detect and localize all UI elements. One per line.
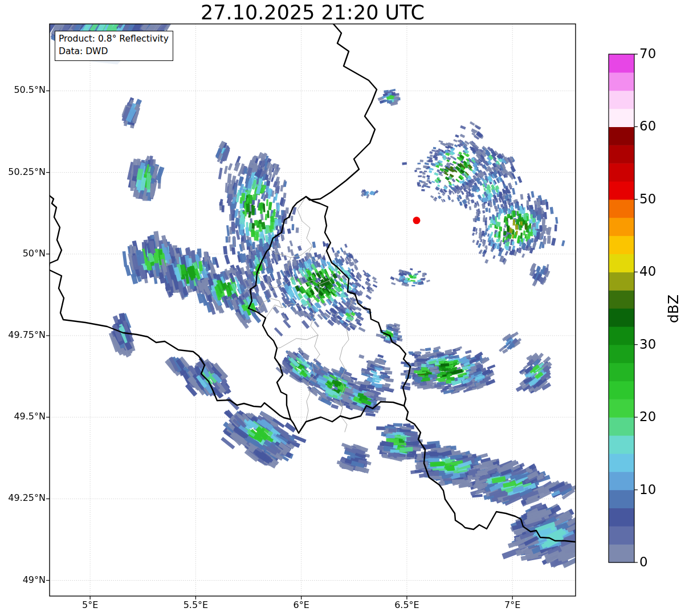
- colorbar-tick-label: 20: [639, 409, 679, 424]
- y-tick-label: 49.5°N: [0, 411, 46, 422]
- colorbar-tick-label: 60: [639, 119, 679, 133]
- x-tick-label: 7°E: [487, 599, 538, 610]
- colorbar-tick-label: 10: [639, 482, 679, 497]
- radar-map-canvas: [0, 0, 685, 616]
- figure-title: 27.10.2025 21:20 UTC: [50, 1, 576, 24]
- colorbar-tick-label: 0: [639, 554, 679, 569]
- y-tick-label: 50°N: [0, 248, 46, 259]
- colorbar-tick-label: 70: [639, 46, 679, 61]
- x-tick-label: 5°E: [64, 599, 116, 610]
- y-tick-label: 50.5°N: [0, 84, 46, 95]
- radar-figure: 27.10.2025 21:20 UTC Product: 0.8° Refle…: [0, 0, 685, 616]
- product-annotation-box: Product: 0.8° Reflectivity Data: DWD: [55, 31, 173, 61]
- y-tick-label: 49.25°N: [0, 492, 46, 503]
- colorbar-tick-label: 40: [639, 264, 679, 279]
- y-tick-label: 49°N: [0, 574, 46, 585]
- x-tick-label: 6.5°E: [381, 599, 433, 610]
- y-tick-label: 50.25°N: [0, 166, 46, 177]
- colorbar-unit-label: dBZ: [664, 286, 683, 332]
- x-tick-label: 6°E: [276, 599, 327, 610]
- data-source-label: Data: DWD: [59, 46, 108, 56]
- y-tick-label: 49.75°N: [0, 329, 46, 340]
- product-label: Product: 0.8° Reflectivity: [59, 34, 169, 44]
- colorbar-tick-label: 50: [639, 191, 679, 206]
- x-tick-label: 5.5°E: [170, 599, 221, 610]
- colorbar-tick-label: 30: [639, 337, 679, 352]
